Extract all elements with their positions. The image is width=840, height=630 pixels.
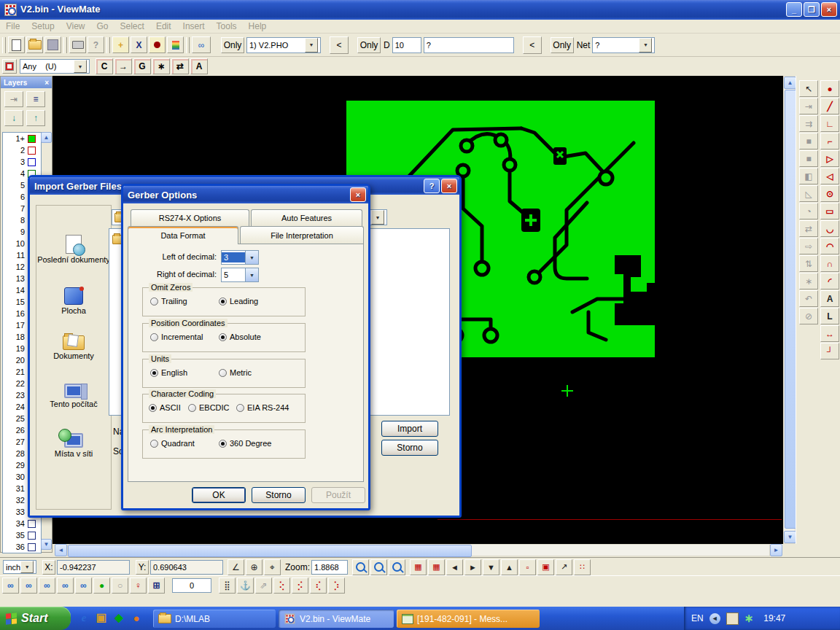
scroll-up-icon[interactable]: ▲ bbox=[784, 77, 796, 89]
move-view-button[interactable]: ⇗ bbox=[255, 578, 272, 594]
rotate-tool[interactable]: ◔ bbox=[799, 203, 818, 219]
menu-edit[interactable]: Edit bbox=[150, 21, 177, 31]
swap-mode-button[interactable]: ⇄ bbox=[171, 58, 189, 74]
quicklaunch-folder[interactable]: ▣ bbox=[95, 610, 108, 625]
chevron-down-icon[interactable]: ▼ bbox=[639, 38, 652, 52]
pan-down-button[interactable]: ▼ bbox=[483, 559, 499, 575]
menu-file[interactable]: File bbox=[0, 21, 26, 31]
right-of-decimal-combo[interactable]: 5▼ bbox=[221, 268, 259, 282]
flip-vertical-tool[interactable]: ◺ bbox=[799, 185, 818, 202]
copy-move-tool[interactable]: ⇉ bbox=[799, 115, 818, 132]
fill-rect-alt-tool[interactable]: ■ bbox=[799, 150, 818, 167]
scroll-left-icon[interactable]: ◄ bbox=[55, 544, 67, 556]
pattern-1-button[interactable]: ⢕ bbox=[273, 578, 290, 594]
menu-view[interactable]: View bbox=[61, 21, 91, 31]
text-tool[interactable]: A bbox=[820, 290, 839, 307]
layers-panel-titlebar[interactable]: Layers × bbox=[1, 77, 52, 88]
layer-row[interactable]: 3 bbox=[3, 156, 41, 168]
chevron-down-icon[interactable]: ▼ bbox=[305, 38, 318, 52]
tab-auto-features[interactable]: Auto Features bbox=[251, 209, 362, 226]
quicklaunch-firefox[interactable]: ● bbox=[130, 610, 143, 625]
component-mode-button[interactable]: C bbox=[96, 58, 113, 74]
tab-rs274x[interactable]: RS274-X Options bbox=[131, 209, 249, 226]
place-my-computer[interactable]: Tento počítač bbox=[37, 384, 110, 408]
tools-button[interactable]: X bbox=[131, 36, 147, 53]
dialog-close-button[interactable]: × bbox=[350, 187, 366, 202]
quicklaunch-ie[interactable]: e bbox=[77, 610, 90, 625]
dimension-tool[interactable]: ↔ bbox=[820, 325, 839, 342]
menu-select[interactable]: Select bbox=[114, 21, 150, 31]
tab-data-format[interactable]: Data Format bbox=[128, 226, 238, 244]
highlight-on-button[interactable]: ● bbox=[93, 578, 110, 594]
goto-mode-button[interactable]: → bbox=[114, 58, 132, 74]
vertical-scrollbar[interactable]: ▲ ▼ bbox=[783, 76, 796, 544]
apply-button[interactable]: Použít bbox=[311, 487, 365, 503]
zoom-in-button[interactable] bbox=[352, 559, 369, 575]
zoom-value-input[interactable]: 1.8868 bbox=[311, 560, 348, 575]
start-button[interactable]: Start bbox=[0, 607, 71, 630]
radio-ebcdic[interactable]: EBCDIC bbox=[188, 403, 230, 412]
flip-horizontal-tool[interactable]: ◧ bbox=[799, 168, 818, 184]
dialog-close-button[interactable]: × bbox=[441, 179, 457, 193]
notch-tool[interactable]: ▷ bbox=[820, 150, 839, 167]
dcode-filter-input[interactable]: ? bbox=[424, 37, 514, 53]
refresh-grid-button[interactable]: ▦ bbox=[428, 559, 445, 575]
net-combo[interactable]: ?▼ bbox=[592, 37, 655, 53]
dialog-help-button[interactable]: ? bbox=[424, 179, 440, 193]
task-explorer-mlab[interactable]: D:\MLAB bbox=[153, 610, 276, 628]
anchor-button[interactable]: ⚓ bbox=[237, 578, 254, 594]
text-mode-button[interactable]: A bbox=[190, 58, 208, 74]
layer-scroll-up-icon[interactable]: ▲ bbox=[41, 132, 52, 143]
swap-tool[interactable]: ⇄ bbox=[799, 220, 818, 237]
layer-color-swatch[interactable] bbox=[28, 543, 36, 551]
layer-scroll-down-icon[interactable]: ▼ bbox=[41, 539, 52, 550]
grid-dots-button[interactable]: ⣿ bbox=[219, 578, 236, 594]
radio-quadrant[interactable]: Quadrant bbox=[150, 439, 195, 448]
close-button[interactable]: × bbox=[821, 2, 837, 17]
minimize-button[interactable]: _ bbox=[786, 2, 802, 17]
only-layer-button[interactable]: Only bbox=[221, 37, 244, 53]
pattern-3-button[interactable]: ⢎ bbox=[310, 578, 327, 594]
rectangle-tool[interactable]: ▭ bbox=[820, 203, 839, 219]
layer-color-swatch[interactable] bbox=[28, 532, 36, 540]
reorder-tool[interactable]: ⇅ bbox=[799, 255, 818, 272]
move-selection-tool[interactable]: ⇨ bbox=[799, 238, 818, 254]
probe-point-button[interactable]: ⌖ bbox=[264, 559, 281, 575]
quicklaunch-help-book[interactable]: ◈ bbox=[112, 610, 125, 625]
layer-row[interactable]: 35 bbox=[3, 529, 41, 541]
fit-view-button[interactable]: ↗ bbox=[556, 559, 572, 575]
save-button[interactable] bbox=[44, 36, 61, 53]
tray-collapse-icon[interactable]: ◄ bbox=[709, 613, 720, 624]
gerber-options-titlebar[interactable]: Gerber Options × bbox=[123, 186, 368, 203]
chevron-down-icon[interactable]: ▼ bbox=[245, 268, 258, 281]
zoom-window-grid-button[interactable]: ▣ bbox=[537, 559, 554, 575]
zoom-grid-button[interactable] bbox=[370, 559, 387, 575]
tray-ime-icon[interactable] bbox=[726, 612, 739, 625]
angle-measure-button[interactable]: ∠ bbox=[228, 559, 244, 575]
close-icon[interactable]: × bbox=[44, 79, 49, 87]
view-mode-2-button[interactable]: ∞ bbox=[20, 578, 37, 594]
any-filter-combo[interactable]: Any (U)▼ bbox=[20, 59, 90, 74]
menu-setup[interactable]: Setup bbox=[26, 21, 60, 31]
colors-button[interactable] bbox=[167, 36, 184, 53]
pan-left-button[interactable]: ◄ bbox=[446, 559, 463, 575]
open-file-button[interactable] bbox=[26, 36, 43, 53]
pan-up-button[interactable]: ▲ bbox=[501, 559, 518, 575]
view-mode-4-button[interactable]: ∞ bbox=[57, 578, 74, 594]
layer-row[interactable]: 34 bbox=[3, 518, 41, 529]
view-mode-3-button[interactable]: ∞ bbox=[39, 578, 55, 594]
gerber-cancel-button[interactable]: Storno bbox=[252, 487, 306, 503]
layer-row[interactable]: 36 bbox=[3, 541, 41, 553]
radio-english[interactable]: English bbox=[150, 368, 187, 377]
task-message[interactable]: [191-482-091] - Mess... bbox=[397, 610, 540, 628]
move-layer-up-button[interactable]: ↑ bbox=[26, 110, 45, 126]
unit-combo[interactable]: inch▼ bbox=[3, 560, 36, 574]
radio-metric[interactable]: Metric bbox=[219, 368, 252, 377]
undo-tool[interactable]: ↶ bbox=[799, 290, 818, 307]
tray-clock[interactable]: 19:47 bbox=[763, 613, 785, 623]
tray-language-indicator[interactable]: EN bbox=[691, 613, 704, 623]
radio-incremental[interactable]: Incremental bbox=[150, 332, 203, 341]
pointer-tool[interactable]: ↖ bbox=[799, 80, 818, 97]
view-mode-1-button[interactable]: ∞ bbox=[2, 578, 19, 594]
chevron-down-icon[interactable]: ▼ bbox=[74, 60, 87, 73]
